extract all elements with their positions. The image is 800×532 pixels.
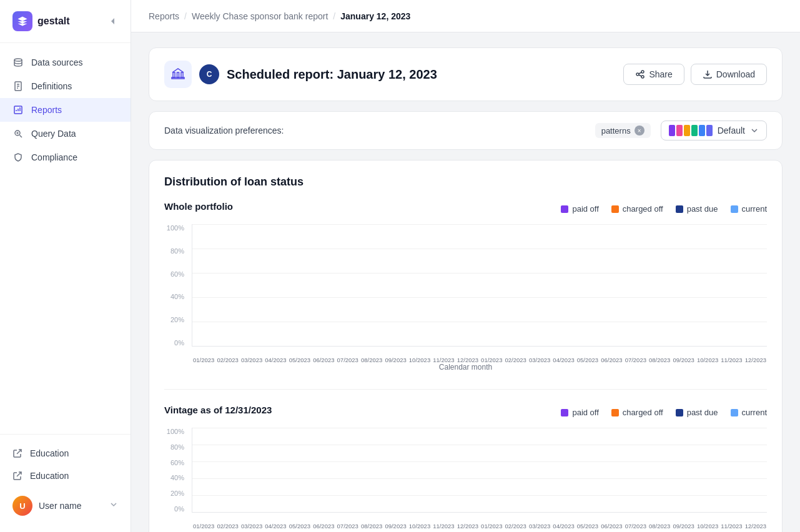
bar-month-label: 12/2023 [457,523,479,530]
logo-area: gestalt [12,11,70,31]
breadcrumb-weekly-report[interactable]: Weekly Chase sponsor bank report [192,11,328,21]
bar-month-label: 10/2023 [696,523,719,530]
bar-group-05/2023: 05/2023 [289,428,311,512]
sidebar-item-education-1[interactable]: Education [0,442,131,465]
bar-group-08/2023: 08/2023 [648,428,671,512]
bar-group-03/2023: 03/2023 [240,428,263,512]
sidebar-item-reports[interactable]: Reports [0,98,131,122]
loan-status-card: Distribution of loan status Whole portfo… [149,160,783,532]
bar-group-04/2023: 04/2023 [552,224,575,346]
legend2-paid-off: paid off [561,408,598,417]
bar-group-08/2023: 08/2023 [360,428,383,512]
legend-charged-off: charged off [611,204,663,214]
breadcrumb-sep-1: / [184,11,187,21]
sidebar-item-data-sources[interactable]: Data sources [0,51,131,74]
bank-icon [164,61,192,88]
sidebar-item-label-reports: Reports [31,105,62,115]
chevron-down-icon [109,500,118,511]
main-content: Reports / Weekly Chase sponsor bank repo… [131,0,800,532]
chart1-legend: paid off charged off past due curre [561,204,767,214]
swatch-5 [699,125,705,136]
user-menu[interactable]: U User name [0,490,131,522]
bar-month-label: 11/2023 [720,523,743,530]
download-icon [703,69,713,79]
bar-month-label: 06/2023 [312,523,335,530]
bar-month-label: 03/2023 [240,523,263,530]
bar-group-12/2023: 12/2023 [744,224,767,346]
sidebar-item-compliance[interactable]: Compliance [0,145,131,169]
bar-group-05/2023: 05/2023 [289,224,311,346]
download-button[interactable]: Download [691,64,767,85]
bar-month-label: 07/2023 [625,523,647,530]
svg-rect-6 [181,72,183,77]
bar-month-label: 01/2023 [192,523,215,530]
swatch-2 [676,125,683,136]
bar-group-12/2023: 12/2023 [457,428,479,512]
bar-group-02/2023: 02/2023 [504,428,526,512]
bar-group-06/2023: 06/2023 [312,428,335,512]
sidebar-item-definitions[interactable]: Definitions [0,74,131,98]
legend2-label-current: current [742,408,767,417]
sidebar-nav: Data sources Definitions Reports Query D… [0,43,131,434]
legend-label-current: current [742,204,767,214]
bar-group-04/2023: 04/2023 [552,428,575,512]
color-scheme-button[interactable]: Default [661,121,767,140]
sidebar-item-label-definitions: Definitions [31,81,72,91]
swatch-1 [669,125,675,136]
logo-icon [12,11,32,31]
share-button[interactable]: Share [623,64,684,85]
legend2-dot-paid-off [561,409,568,416]
bar-group-02/2023: 02/2023 [216,428,239,512]
avatar: U [12,496,32,516]
sidebar-item-label-compliance: Compliance [31,152,77,162]
bar-group-06/2023: 06/2023 [312,224,335,346]
chevron-down-icon-scheme [750,126,759,135]
bar-group-07/2023: 07/2023 [625,428,647,512]
app-name: gestalt [37,16,70,27]
bar-group-06/2023: 06/2023 [600,428,623,512]
legend-dot-paid-off [561,205,568,213]
swatch-6 [706,125,713,136]
svg-point-7 [641,71,644,73]
bar-group-04/2023: 04/2023 [264,428,287,512]
color-scheme-label: Default [718,126,745,135]
shield-icon [12,152,24,163]
bar-group-11/2023: 11/2023 [720,224,743,346]
sidebar-item-query-data[interactable]: Query Data [0,122,131,145]
section-title: Distribution of loan status [164,175,767,189]
prefs-label: Data visualization preferences: [164,126,284,135]
legend-dot-past-due [676,205,683,213]
report-actions: Share Download [623,64,767,85]
external-link-icon-1 [12,448,22,458]
bar-month-label: 12/2023 [744,523,767,530]
legend-current: current [731,204,767,214]
bar-month-label: 05/2023 [289,523,311,530]
sidebar-collapse-button[interactable] [106,14,121,29]
legend2-dot-current [731,409,738,416]
color-swatches [669,125,713,136]
bar-group-09/2023: 09/2023 [672,224,694,346]
preferences-bar: Data visualization preferences: patterns… [149,111,783,150]
top-bar: Reports / Weekly Chase sponsor bank repo… [131,0,800,32]
patterns-remove-button[interactable]: × [635,126,644,135]
legend-label-paid-off: paid off [572,204,598,214]
bar-group-07/2023: 07/2023 [337,428,359,512]
database-icon [12,57,24,68]
whole-portfolio-chart: Whole portfolio paid off charged off [164,201,767,374]
vintage-chart: Vintage as of 12/31/2023 paid off charge… [164,389,767,532]
swatch-3 [684,125,690,136]
chart1-bars: 0% 20% 40% 60% 80% 100% [164,224,767,374]
bar-month-label: 02/2023 [216,523,239,530]
bar-month-label: 01/2023 [480,523,503,530]
bar-month-label: 02/2023 [504,523,526,530]
bar-group-01/2023: 01/2023 [192,224,215,346]
file-icon [12,81,24,92]
avatar-image: U [12,496,32,516]
sidebar-item-education-2[interactable]: Education [0,465,131,487]
legend2-label-paid-off: paid off [572,408,598,417]
svg-rect-4 [173,72,175,77]
breadcrumb-reports[interactable]: Reports [149,11,179,21]
svg-rect-5 [177,72,179,77]
page-content: C Scheduled report: January 12, 2023 Sha… [131,32,800,532]
bar-group-07/2023: 07/2023 [337,224,359,346]
